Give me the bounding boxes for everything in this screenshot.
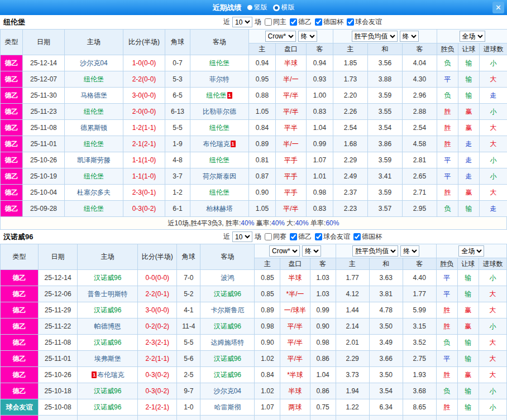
checkbox-input[interactable]	[265, 18, 272, 26]
team-link[interactable]: 纽伦堡	[84, 140, 104, 148]
filter-checkbox[interactable]: 球会友谊	[314, 232, 350, 242]
filter-checkbox[interactable]: 同赛	[264, 232, 286, 242]
summary-text: 40%	[241, 219, 254, 227]
team-link[interactable]: 杜塞尔多夫	[77, 189, 111, 196]
games-count-select[interactable]: 10	[232, 17, 252, 27]
team-link[interactable]: 帕德博恩	[94, 322, 121, 330]
match-row: 德乙25-10-18汉诺威960-3(0-2)9-7沙尔克041.02半球0.8…	[1, 383, 507, 399]
team-link[interactable]: 纽伦堡	[209, 156, 229, 164]
team-link[interactable]: 汉诺威96	[94, 306, 121, 314]
avg-home-cell: 2.37	[333, 185, 368, 201]
avg-draw-cell: 4.78	[369, 302, 403, 318]
home-team-cell: 纽伦堡	[65, 104, 123, 120]
filter-checkbox[interactable]: 同主	[264, 17, 286, 27]
team-link[interactable]: 比勒菲尔德	[203, 108, 236, 115]
team-link[interactable]: 沙尔克04	[80, 59, 107, 67]
team-link[interactable]: 波鸿	[221, 274, 234, 282]
match-row: 德乙25-12-14沙尔克041-0(0-0)0-7纽伦堡0.94半球0.941…	[1, 55, 507, 71]
team-link[interactable]: 纽伦堡	[207, 91, 227, 99]
team-link[interactable]: 哈雷斯彻	[214, 403, 241, 411]
avg-home-cell: 2.29	[336, 351, 369, 367]
checkbox-input[interactable]	[290, 18, 297, 26]
filter-checkbox[interactable]: 德乙	[289, 17, 312, 27]
handicap-result-cell: 输	[457, 383, 479, 399]
team-link[interactable]: 纽伦堡	[84, 205, 104, 213]
team-link[interactable]: 纽伦堡	[209, 124, 229, 132]
team-link[interactable]: 德累斯顿	[80, 124, 107, 132]
team-link[interactable]: 布伦瑞克	[97, 371, 124, 379]
home-team-cell: 普鲁士明斯特	[78, 286, 138, 302]
handicap-cell: 半球	[280, 270, 310, 286]
team-link[interactable]: 汉诺威96	[214, 355, 241, 363]
team-link[interactable]: 纽伦堡	[84, 108, 104, 115]
header-select[interactable]: 终	[400, 245, 419, 257]
header-select[interactable]: 终	[298, 31, 317, 42]
filter-checkbox[interactable]: 德国杯	[314, 17, 343, 27]
handicap-cell: 平半	[276, 120, 307, 136]
result-cell: 平	[436, 416, 457, 420]
match-row: 德乙25-12-07纽伦堡2-2(0-0)5-3菲尔特0.95半/一0.931.…	[1, 71, 507, 88]
handicap-cell: 半球	[276, 55, 307, 71]
away-odds-cell: 1.04	[307, 120, 333, 136]
team-link[interactable]: 汉诺威96	[214, 290, 241, 298]
corners-cell: 3-7	[165, 168, 190, 185]
team-link[interactable]: 柏林赫塔	[206, 205, 233, 213]
team-link[interactable]: 达姆施塔特	[211, 339, 244, 346]
team-link[interactable]: 纽伦堡	[84, 75, 104, 83]
checkbox-input[interactable]	[315, 233, 322, 240]
handicap-result-cell: 输	[457, 270, 479, 286]
games-label: 场	[255, 232, 261, 242]
handicap-result-cell: 走	[458, 152, 480, 168]
result-cell: 胜	[436, 367, 457, 383]
team-link[interactable]: 马格德堡	[80, 91, 107, 99]
team-link[interactable]: 凯泽斯劳滕	[77, 156, 111, 164]
sub-column-header: 主	[255, 258, 280, 270]
date-cell: 25-10-19	[23, 168, 65, 185]
filter-checkbox[interactable]: 德乙	[289, 232, 312, 242]
filter-checkbox[interactable]: 德国杯	[352, 232, 382, 242]
team-link[interactable]: 汉诺威96	[214, 371, 241, 379]
checkbox-input[interactable]	[353, 233, 361, 240]
header-select[interactable]: 胜平负均值	[352, 245, 398, 257]
avg-away-cell: 2.65	[403, 168, 437, 185]
odds-select-group: 全场	[436, 244, 506, 258]
team-link[interactable]: 荷尔斯泰因	[203, 172, 236, 180]
handicap-result-cell: 赢	[458, 120, 480, 136]
filter-checkbox[interactable]: 球会友谊	[346, 17, 382, 27]
header-select[interactable]: 全场	[458, 245, 484, 257]
checkbox-input[interactable]	[315, 18, 322, 26]
team-link[interactable]: 汉诺威96	[94, 274, 121, 282]
layout-radio-horizontal[interactable]: 横版	[273, 3, 295, 12]
team-link[interactable]: 普鲁士明斯特	[88, 290, 128, 298]
team-link[interactable]: 纽伦堡	[209, 189, 229, 196]
team-link[interactable]: 布伦瑞克	[203, 140, 230, 148]
team-link[interactable]: 纽伦堡	[209, 59, 229, 67]
checkbox-input[interactable]	[347, 18, 354, 26]
date-cell: 25-11-08	[23, 120, 65, 136]
header-select[interactable]: 终	[302, 245, 321, 257]
games-count-select[interactable]: 10	[232, 231, 252, 242]
team-link[interactable]: 汉诺威96	[214, 322, 241, 330]
header-select[interactable]: Crow*	[269, 245, 300, 257]
section-header: 纽伦堡近10场同主德乙德国杯球会友谊	[0, 15, 507, 29]
home-odds-cell: 0.94	[249, 55, 276, 71]
header-select[interactable]: 终	[400, 31, 419, 42]
team-link[interactable]: 汉诺威96	[94, 387, 121, 395]
header-select[interactable]: 全场	[460, 31, 485, 42]
header-row-selects: 类型日期主场比分(半场)角球客场Crow*终胜平负均值终全场	[1, 244, 507, 258]
corners-cell: 11-4	[177, 318, 200, 335]
team-link[interactable]: 卡尔斯鲁厄	[211, 306, 244, 314]
close-icon[interactable]: ✕	[492, 2, 504, 13]
team-link[interactable]: 埃弗斯堡	[94, 355, 121, 363]
goals-result-cell: 走	[480, 88, 507, 104]
checkbox-input[interactable]	[265, 233, 272, 240]
team-link[interactable]: 汉诺威96	[94, 339, 121, 346]
team-link[interactable]: 纽伦堡	[84, 172, 104, 180]
team-link[interactable]: 汉诺威96	[94, 403, 121, 411]
layout-radio-vertical[interactable]: 竖版	[247, 3, 267, 12]
team-link[interactable]: 菲尔特	[209, 75, 229, 83]
team-link[interactable]: 沙尔克04	[214, 387, 241, 395]
header-select[interactable]: Crow*	[265, 31, 296, 42]
checkbox-input[interactable]	[290, 233, 297, 240]
header-select[interactable]: 胜平负均值	[352, 31, 398, 42]
